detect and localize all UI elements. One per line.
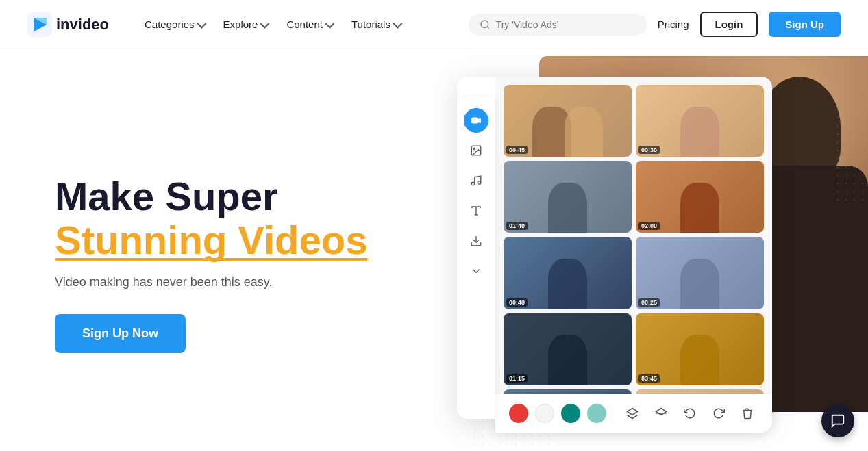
bottom-tool-icons xyxy=(621,402,758,424)
nav-right: Pricing Login Sign Up xyxy=(469,12,841,37)
logo[interactable]: invideo xyxy=(27,12,109,37)
video-thumb-3[interactable]: 01:40 xyxy=(504,161,632,233)
navbar: invideo Categories Explore Content Tutor… xyxy=(0,0,868,49)
svg-line-4 xyxy=(487,27,489,29)
video-duration-8: 03:45 xyxy=(638,374,660,383)
video-duration-5: 00:48 xyxy=(506,298,528,307)
dots-decoration-2 xyxy=(834,97,868,207)
hero-title-line1: Make Super xyxy=(55,174,278,218)
color-swatches xyxy=(509,404,606,423)
chat-support-button[interactable] xyxy=(821,404,854,437)
video-thumb-1[interactable]: 00:45 xyxy=(504,85,632,157)
sidebar-text-tool[interactable] xyxy=(464,198,488,223)
redo-tool[interactable] xyxy=(708,402,730,424)
hero-section: Make Super Stunning Videos Video making … xyxy=(0,49,868,451)
hero-title-line2: Stunning Videos xyxy=(55,218,368,262)
light-teal-swatch[interactable] xyxy=(587,404,606,423)
nav-links: Categories Explore Content Tutorials xyxy=(136,13,469,36)
video-duration-3: 01:40 xyxy=(506,222,528,230)
search-input[interactable] xyxy=(496,19,636,30)
svg-point-6 xyxy=(473,148,475,149)
teal-swatch[interactable] xyxy=(561,404,580,423)
signup-now-button[interactable]: Sign Up Now xyxy=(55,314,186,353)
nav-content[interactable]: Content xyxy=(278,13,340,36)
video-duration-2: 00:30 xyxy=(638,146,660,154)
logo-text: invideo xyxy=(56,16,109,34)
sidebar-audio-tool[interactable] xyxy=(464,168,488,193)
video-duration-4: 02:00 xyxy=(638,222,660,230)
video-duration-7: 01:15 xyxy=(506,374,528,383)
chevron-down-icon xyxy=(325,18,334,28)
hero-subtitle: Video making has never been this easy. xyxy=(55,275,368,289)
editor-panel: 00:45 00:30 01:40 xyxy=(457,77,772,419)
nav-tutorials[interactable]: Tutorials xyxy=(343,13,408,36)
nav-explore[interactable]: Explore xyxy=(215,13,276,36)
video-thumb-6[interactable]: 00:25 xyxy=(636,237,764,309)
chevron-down-icon xyxy=(393,18,402,28)
undo-tool[interactable] xyxy=(679,402,701,424)
layers2-tool[interactable] xyxy=(650,402,672,424)
login-button[interactable]: Login xyxy=(700,12,758,37)
svg-point-3 xyxy=(481,21,488,28)
video-thumb-5[interactable]: 00:48 xyxy=(504,237,632,309)
sidebar-download-tool[interactable] xyxy=(464,229,488,253)
hero-content: Make Super Stunning Videos Video making … xyxy=(55,175,368,354)
editor-mockup: 00:45 00:30 01:40 xyxy=(457,56,868,446)
delete-tool[interactable] xyxy=(736,402,758,424)
video-duration-1: 00:45 xyxy=(506,146,528,154)
chevron-down-icon xyxy=(197,18,206,28)
pricing-link[interactable]: Pricing xyxy=(658,18,689,30)
sidebar-video-tool[interactable] xyxy=(464,108,488,133)
sidebar-image-tool[interactable] xyxy=(464,138,488,163)
editor-sidebar xyxy=(457,97,495,419)
video-duration-6: 00:25 xyxy=(638,298,660,307)
red-swatch[interactable] xyxy=(509,404,528,423)
hero-title: Make Super Stunning Videos xyxy=(55,175,368,262)
video-thumb-8[interactable]: 03:45 xyxy=(636,313,764,385)
svg-marker-13 xyxy=(656,409,667,415)
video-grid-container: 00:45 00:30 01:40 xyxy=(495,77,772,419)
signup-button[interactable]: Sign Up xyxy=(769,12,841,37)
chevron-down-icon xyxy=(260,18,270,28)
white-swatch[interactable] xyxy=(535,404,554,423)
video-thumb-4[interactable]: 02:00 xyxy=(636,161,764,233)
editor-bottom-toolbar xyxy=(495,394,772,433)
video-thumb-2[interactable]: 00:30 xyxy=(636,85,764,157)
nav-categories[interactable]: Categories xyxy=(136,13,212,36)
svg-point-7 xyxy=(471,182,475,185)
video-grid: 00:45 00:30 01:40 xyxy=(495,77,772,419)
video-thumb-7[interactable]: 01:15 xyxy=(504,313,632,385)
svg-marker-12 xyxy=(628,409,638,415)
svg-point-8 xyxy=(478,181,481,185)
layers-tool[interactable] xyxy=(621,402,643,424)
sidebar-more-tool[interactable] xyxy=(464,259,488,283)
search-icon xyxy=(480,19,491,30)
search-bar[interactable] xyxy=(469,14,647,36)
